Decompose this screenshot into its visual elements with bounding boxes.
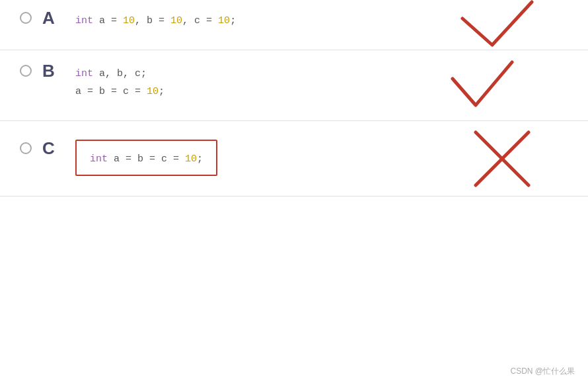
mark-a: [456, 0, 535, 52]
radio-a[interactable]: [20, 12, 32, 24]
option-c: C int a = b = c = 10;: [0, 121, 588, 196]
watermark: CSDN @忙什么果: [510, 366, 575, 377]
mark-b: [449, 56, 515, 115]
code-c: int a = b = c = 10;: [90, 150, 203, 168]
label-a: A: [42, 9, 62, 26]
mark-c: [469, 126, 535, 192]
label-b: B: [42, 62, 62, 79]
code-c-boxed: int a = b = c = 10;: [75, 140, 217, 176]
radio-c[interactable]: [20, 142, 32, 154]
option-a: A int a = 10, b = 10, c = 10;: [0, 0, 588, 50]
label-c: C: [42, 140, 62, 157]
option-b: B int a, b, c; a = b = c = 10;: [0, 50, 588, 121]
radio-b[interactable]: [20, 65, 32, 77]
